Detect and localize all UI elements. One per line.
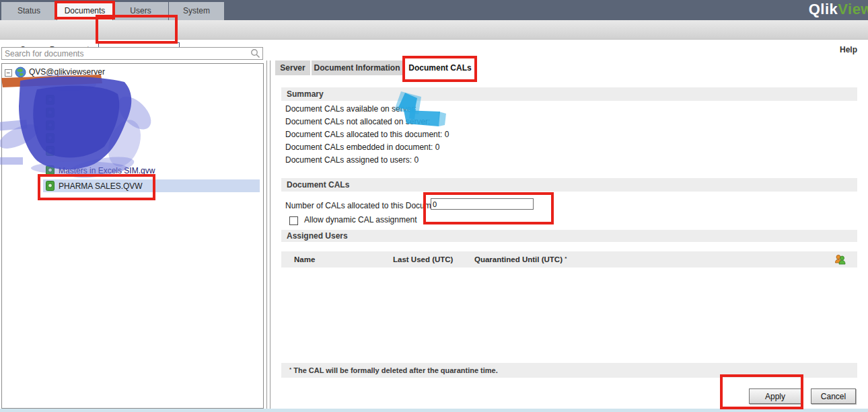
document-icon bbox=[46, 95, 55, 105]
summary-line: Document CALs assigned to users: 0 bbox=[285, 154, 419, 167]
document-icon bbox=[46, 133, 55, 143]
tab-document-information[interactable]: Document Information bbox=[312, 60, 402, 75]
annotation-box-user-documents bbox=[96, 15, 178, 44]
dynamic-cal-checkbox[interactable] bbox=[289, 216, 298, 225]
summary-line: Document CALs embedded in document: 0 bbox=[285, 141, 439, 154]
assigned-users-section-header: Assigned Users bbox=[281, 230, 857, 242]
cancel-button[interactable]: Cancel bbox=[811, 388, 856, 404]
annotation-box-pharma-sales bbox=[38, 174, 155, 200]
search-input[interactable] bbox=[1, 47, 263, 60]
add-users-icon[interactable] bbox=[834, 254, 846, 265]
column-last-used[interactable]: Last Used (UTC) bbox=[393, 251, 453, 267]
annotation-box-apply-button bbox=[720, 374, 803, 409]
search-icon[interactable] bbox=[250, 48, 260, 58]
qmc-window: Status Documents Users System QlikView S… bbox=[0, 0, 868, 412]
server-globe-icon bbox=[15, 67, 26, 78]
summary-section-header: Summary bbox=[281, 87, 857, 101]
annotation-box-document-cals-tab bbox=[402, 56, 477, 82]
dynamic-cal-label: Allow dynamic CAL assignment bbox=[304, 215, 417, 224]
tab-status[interactable]: Status bbox=[1, 2, 57, 20]
summary-line: Document CALs available on server: bbox=[285, 103, 417, 116]
column-name[interactable]: Name bbox=[294, 251, 315, 267]
annotation-box-cal-input bbox=[423, 192, 554, 224]
cals-allocated-label: Number of CALs allocated to this Documen… bbox=[285, 200, 445, 212]
tab-server[interactable]: Server bbox=[275, 60, 310, 75]
document-cals-section-header: Document CALs bbox=[281, 178, 857, 192]
tree-expander-icon[interactable]: − bbox=[5, 69, 12, 77]
document-icon bbox=[46, 146, 55, 156]
assigned-users-table-header: Name Last Used (UTC) Quarantined Until (… bbox=[281, 251, 857, 267]
help-link[interactable]: Help bbox=[840, 45, 857, 54]
column-quarantined-until[interactable]: Quarantined Until (UTC) * bbox=[474, 251, 567, 267]
document-icon bbox=[46, 108, 55, 118]
quarantine-note-mark: * bbox=[565, 255, 567, 261]
document-tree-panel: − QVS@qlikviewserver Masters in Excels S… bbox=[1, 63, 264, 409]
qlikview-logo: QlikView bbox=[809, 1, 868, 18]
tree-root-label[interactable]: QVS@qlikviewserver bbox=[29, 66, 105, 79]
summary-line: Document CALs allocated to this document… bbox=[285, 128, 449, 141]
summary-line: Document CALs not allocated on server: bbox=[285, 116, 430, 128]
panel-splitter[interactable] bbox=[266, 60, 270, 409]
document-icon bbox=[46, 120, 55, 130]
